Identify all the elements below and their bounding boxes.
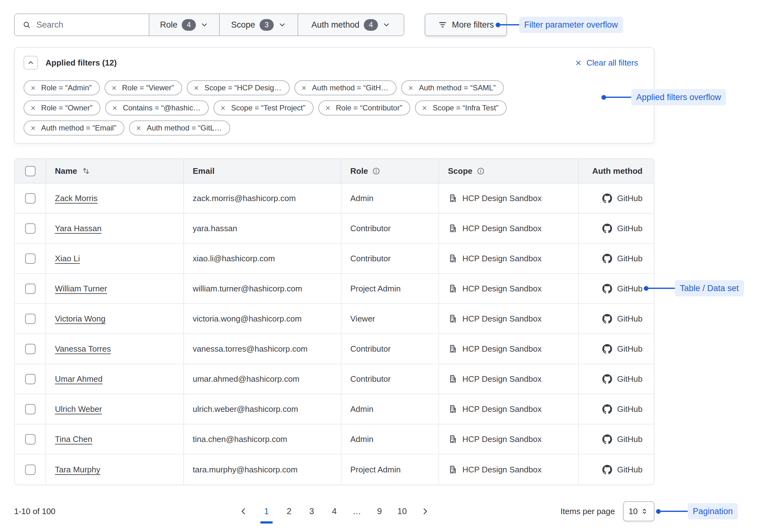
- scope-cell: HCP Design Sandbox: [439, 304, 578, 333]
- page-button-10[interactable]: 10: [397, 505, 407, 518]
- user-name-link[interactable]: Vanessa Torres: [55, 344, 111, 354]
- user-name-link[interactable]: Victoria Wong: [55, 314, 105, 324]
- org-building-icon: [448, 404, 457, 414]
- sort-arrows-icon[interactable]: [81, 166, 91, 176]
- github-icon: [602, 194, 612, 203]
- row-checkbox[interactable]: [25, 253, 36, 264]
- column-header-scope: Scope: [439, 159, 578, 183]
- applied-filter-pill[interactable]: Auth method = “SAML”: [401, 80, 504, 95]
- row-checkbox[interactable]: [25, 193, 36, 203]
- applied-filter-pill-label: Role = “Admin”: [41, 83, 92, 92]
- auth-method-cell: GitHub: [578, 274, 654, 303]
- role-filter-dropdown[interactable]: Role 4: [149, 14, 219, 36]
- user-name-link[interactable]: Ulrich Weber: [55, 404, 102, 414]
- applied-filter-pill[interactable]: Scope = “Test Project”: [213, 100, 313, 115]
- page-button-1[interactable]: 1: [262, 505, 272, 518]
- email-cell: yara.hassan: [183, 213, 341, 243]
- column-header-name[interactable]: Name: [46, 159, 183, 183]
- remove-filter-icon: [111, 105, 118, 111]
- user-name-link[interactable]: Umar Ahmed: [55, 374, 102, 384]
- annotation-dot: [656, 509, 661, 514]
- search-field[interactable]: [15, 14, 149, 36]
- applied-filter-pill[interactable]: Scope = “HCP Desig…: [187, 80, 290, 95]
- more-filters-button[interactable]: More filters: [425, 14, 507, 36]
- scope-cell: HCP Design Sandbox: [439, 213, 578, 243]
- applied-filter-pill-label: Auth method = “GitH…: [312, 83, 388, 92]
- page-button-3[interactable]: 3: [307, 505, 317, 518]
- applied-filter-pill[interactable]: Auth method = “Email”: [24, 120, 124, 136]
- applied-filter-pill[interactable]: Auth method = “GitL…: [129, 120, 230, 136]
- user-name-link[interactable]: Yara Hassan: [55, 224, 101, 233]
- name-cell: Victoria Wong: [46, 304, 183, 333]
- row-checkbox[interactable]: [25, 465, 36, 475]
- applied-filter-pill-label: Scope = “Test Project”: [231, 103, 305, 112]
- applied-filter-pill[interactable]: Contains = “@hashic…: [105, 100, 209, 115]
- org-building-icon: [448, 194, 457, 203]
- row-checkbox[interactable]: [25, 374, 36, 384]
- table-row: Zack Morriszack.morris@hashicorp.comAdmi…: [15, 184, 654, 213]
- row-checkbox[interactable]: [25, 344, 36, 354]
- name-cell: Umar Ahmed: [46, 364, 183, 394]
- table-row: Tina Chentina.chen@hashicorp.comAdminHCP…: [15, 424, 654, 455]
- row-checkbox[interactable]: [25, 404, 36, 414]
- user-name-link[interactable]: Zack Morris: [55, 194, 97, 203]
- user-name-link[interactable]: William Turner: [55, 284, 107, 294]
- row-checkbox-cell: [15, 364, 46, 394]
- annotation-dot: [644, 286, 649, 291]
- row-checkbox[interactable]: [25, 284, 36, 294]
- info-icon[interactable]: [372, 167, 380, 175]
- search-input[interactable]: [36, 20, 141, 30]
- row-checkbox[interactable]: [25, 434, 36, 445]
- row-checkbox[interactable]: [25, 223, 36, 234]
- user-name-link[interactable]: Tara Murphy: [55, 465, 100, 474]
- scope-filter-count-badge: 3: [260, 19, 274, 31]
- select-all-checkbox[interactable]: [25, 166, 36, 176]
- name-cell: Vanessa Torres: [46, 334, 183, 363]
- scope-cell: HCP Design Sandbox: [439, 274, 578, 303]
- items-per-page-select[interactable]: 10: [623, 501, 655, 521]
- auth-method-filter-dropdown[interactable]: Auth method 4: [297, 14, 404, 36]
- applied-filter-pill[interactable]: Role = “Owner”: [24, 100, 100, 115]
- applied-filter-pill[interactable]: Role = “Viewer”: [104, 80, 182, 95]
- auth-method-cell: GitHub: [578, 184, 654, 213]
- auth-method-cell: GitHub: [578, 455, 654, 485]
- applied-filter-pill[interactable]: Scope = “Infra Test”: [415, 100, 506, 115]
- pagination-bar: 1-10 of 100 1234…910 Items per page 10: [14, 500, 655, 523]
- page-button-9[interactable]: 9: [374, 505, 385, 518]
- table-row: Ulrich Weberulrich.weber@hashicorp.comAd…: [15, 394, 654, 424]
- collapse-applied-filters-button[interactable]: [24, 56, 38, 69]
- column-header-auth-method: Auth method: [578, 159, 654, 183]
- next-page-button[interactable]: [420, 505, 430, 518]
- page-button-2[interactable]: 2: [284, 505, 294, 518]
- user-name-link[interactable]: Tina Chen: [55, 435, 92, 444]
- email-cell: xiao.li@hashicorp.com: [183, 244, 341, 273]
- table-row: Xiao Lixiao.li@hashicorp.comContributorH…: [15, 244, 654, 274]
- applied-filter-pill[interactable]: Role = “Admin”: [24, 80, 100, 95]
- column-header-role: Role: [341, 159, 439, 183]
- close-icon: [574, 59, 582, 67]
- previous-page-button[interactable]: [238, 505, 249, 518]
- applied-filter-pill-label: Role = “Viewer”: [122, 83, 174, 92]
- role-cell: Admin: [341, 394, 439, 424]
- table-row: William Turnerwilliam.turner@hashicorp.c…: [15, 274, 654, 304]
- user-name-link[interactable]: Xiao Li: [55, 254, 80, 263]
- row-checkbox-cell: [15, 424, 46, 454]
- page-button-4[interactable]: 4: [329, 505, 339, 518]
- name-cell: Tara Murphy: [46, 455, 183, 485]
- table-row: Yara Hassanyara.hassanContributorHCP Des…: [15, 213, 654, 244]
- filter-bar: Role 4 Scope 3 Auth method 4 More filter…: [14, 14, 404, 36]
- scope-filter-dropdown[interactable]: Scope 3: [219, 14, 297, 36]
- applied-filter-pill-label: Contains = “@hashic…: [123, 103, 201, 112]
- annotation-label: Applied filters overflow: [631, 89, 726, 105]
- annotation-applied-filters-overflow: Applied filters overflow: [601, 89, 726, 105]
- applied-filter-pill[interactable]: Auth method = “GitH…: [294, 80, 396, 95]
- row-checkbox[interactable]: [25, 314, 36, 324]
- annotation-filter-parameter-overflow: Filter parameter overflow: [495, 17, 623, 33]
- applied-filter-pill[interactable]: Role = “Contributor”: [318, 100, 410, 115]
- auth-method-filter-count-badge: 4: [364, 19, 378, 31]
- role-cell: Contributor: [341, 244, 439, 273]
- row-checkbox-cell: [15, 274, 46, 303]
- clear-all-filters-button[interactable]: Clear all filters: [574, 58, 638, 68]
- info-icon[interactable]: [477, 167, 485, 175]
- annotation-label: Pagination: [688, 503, 738, 519]
